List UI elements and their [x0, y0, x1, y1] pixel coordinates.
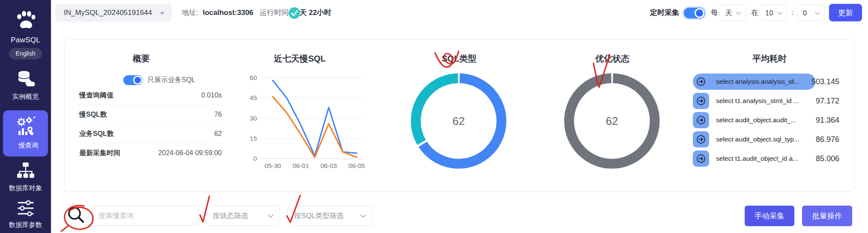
sidebar-item-label: 慢查询	[3, 141, 54, 150]
sql-snippet: select audit_object.audit_...	[716, 112, 796, 128]
colon-separator: :	[791, 0, 793, 26]
summary-row: 慢SQL数 76	[79, 105, 222, 124]
minute-select[interactable]: 0	[797, 5, 825, 21]
address-label: 地址:	[182, 9, 198, 17]
update-button[interactable]: 更新	[829, 4, 862, 21]
avg-time-row[interactable]: select audit_object.sql_typ... 86.976	[693, 131, 839, 147]
caret-down-icon	[160, 12, 165, 15]
database-objects-icon	[16, 162, 35, 180]
sql-type-filter-value: 按SQL类型筛选	[294, 212, 344, 219]
summary-row: 慢查询阈值 0.010s	[79, 86, 222, 105]
arrow-right-circle-icon	[696, 115, 706, 125]
arrow-right-circle-icon	[696, 135, 706, 144]
avg-time-title: 平均耗时	[727, 53, 812, 65]
svg-text:30: 30	[250, 115, 257, 122]
open-query-badge[interactable]	[693, 74, 709, 90]
svg-text:06-03: 06-03	[320, 162, 337, 169]
open-query-badge[interactable]	[693, 131, 709, 147]
instance-overview-icon	[16, 69, 36, 89]
instance-selector-dropdown[interactable]: IN_MySQL_202405191644	[55, 4, 172, 22]
instance-selector-value: IN_MySQL_202405191644	[64, 9, 152, 17]
chevron-down-icon	[814, 12, 820, 15]
svg-text:45: 45	[250, 94, 257, 101]
avg-time-value: 85.006	[788, 150, 839, 167]
avg-time-value: 86.976	[788, 131, 839, 147]
avg-time-row[interactable]: select t1.analysis_stmt_id ... 97.172	[693, 93, 839, 109]
svg-text:05-30: 05-30	[265, 162, 281, 169]
summary-row: 最新采集时间 2024-06-04 09:59:00	[79, 143, 222, 162]
summary-row-value: 2024-06-04 09:59:00	[158, 143, 222, 162]
slow-query-icon	[15, 116, 36, 138]
avg-time-row[interactable]: select analysis.analysis_id... 503.145	[693, 74, 839, 90]
arrow-right-circle-icon	[696, 96, 706, 106]
sidebar: PawSQL English 实例概览	[0, 0, 51, 233]
database-parameters-icon	[17, 199, 35, 217]
svg-text:06-01: 06-01	[292, 162, 309, 169]
connection-ok-icon	[289, 7, 300, 19]
minute-value: 0	[803, 9, 807, 17]
sidebar-item-label: 数据库参数	[0, 221, 51, 230]
uptime-value: 1天 22小时	[295, 9, 331, 17]
summary-rows: 慢查询阈值 0.010s 慢SQL数 76 业务SQL数 62 最新采集时间 2…	[79, 86, 222, 162]
interval-unit-value: 天	[725, 9, 732, 17]
status-filter-select[interactable]: 按状态筛选	[206, 206, 280, 226]
avg-time-value: 503.145	[788, 74, 839, 90]
paw-logo-icon	[15, 9, 36, 31]
summary-row-label: 最新采集时间	[79, 143, 120, 162]
search-input[interactable]	[92, 206, 198, 226]
summary-row-label: 业务SQL数	[79, 124, 114, 143]
open-query-badge[interactable]	[693, 150, 709, 167]
sql-snippet: select audit_object.sql_typ...	[716, 131, 799, 147]
chevron-down-icon	[360, 214, 366, 218]
hour-select[interactable]: 10	[760, 5, 787, 21]
toggle-knob	[133, 76, 142, 85]
at-label: 在	[751, 0, 758, 26]
every-label: 每	[711, 0, 718, 26]
summary-row-label: 慢查询阈值	[79, 86, 113, 105]
open-query-badge[interactable]	[693, 112, 709, 128]
avg-time-row[interactable]: select t1.audit_object_id a... 85.006	[693, 150, 839, 167]
svg-text:06-05: 06-05	[349, 162, 365, 169]
avg-time-value: 91.364	[788, 112, 839, 128]
chevron-down-icon	[736, 12, 741, 15]
slow-sql-trend-chart: 01530456005-3006-0106-0306-05	[240, 71, 366, 173]
sql-snippet: select t1.audit_object_id a...	[716, 150, 798, 167]
instance-address-line: 地址: localhost:3306 运行时间: 1天 22小时	[182, 0, 331, 26]
interval-unit-select[interactable]: 天	[719, 5, 746, 21]
sidebar-item-label: 数据库对象	[0, 184, 51, 193]
sql-snippet: select analysis.analysis_id...	[716, 74, 799, 90]
sidebar-item-label: 实例概览	[0, 92, 51, 101]
avg-time-value: 97.172	[788, 93, 839, 109]
sidebar-item-slow-query[interactable]: 慢查询	[3, 110, 48, 156]
trend-chart-title: 近七天慢SQL	[257, 53, 343, 65]
chevron-down-icon	[777, 12, 782, 15]
address-value: localhost:3306	[203, 9, 253, 17]
batch-operation-button[interactable]: 批量操作	[802, 206, 852, 226]
open-query-badge[interactable]	[693, 93, 709, 109]
summary-title: 概要	[98, 53, 184, 65]
search-icon[interactable]	[65, 204, 87, 226]
avg-time-row[interactable]: select audit_object.audit_... 91.364	[693, 112, 839, 128]
svg-text:60: 60	[250, 74, 257, 81]
sql-type-title: SQL类型	[416, 53, 502, 65]
arrow-right-circle-icon	[696, 154, 706, 163]
svg-text:15: 15	[250, 135, 257, 142]
sql-type-donut-total: 62	[409, 115, 508, 128]
sql-snippet: select t1.analysis_stmt_id ...	[716, 93, 799, 109]
status-filter-value: 按状态筛选	[213, 212, 248, 219]
summary-row: 业务SQL数 62	[79, 124, 222, 143]
chevron-down-icon	[268, 214, 274, 218]
scheduled-collect-toggle[interactable]	[684, 8, 705, 18]
toggle-knob	[695, 8, 704, 18]
business-sql-only-toggle[interactable]	[123, 75, 143, 85]
summary-row-value: 62	[214, 124, 222, 143]
language-switch-badge[interactable]: English	[9, 48, 42, 59]
brand-label: PawSQL	[0, 36, 51, 44]
optimization-donut-total: 62	[562, 115, 662, 128]
optimization-status-title: 优化状态	[570, 53, 655, 65]
uptime-label: 运行时间:	[260, 9, 291, 17]
pawsql-slow-query-page: PawSQL English 实例概览	[0, 0, 868, 233]
summary-row-value: 76	[214, 105, 222, 124]
manual-collect-button[interactable]: 手动采集	[745, 206, 794, 226]
sql-type-filter-select[interactable]: 按SQL类型筛选	[287, 206, 373, 226]
